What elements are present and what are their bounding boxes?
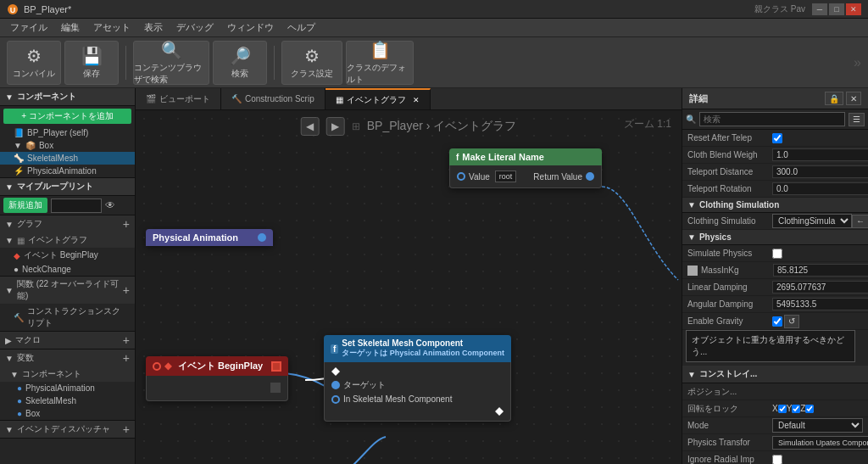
set-skeletal-mesh-node[interactable]: f Set Skeletal Mesh Component ターゲットは Phy… — [324, 335, 511, 422]
skeletal-mesh-item[interactable]: 🦴 SkeletalMesh — [0, 152, 135, 165]
enable-gravity-checkbox[interactable] — [772, 316, 782, 327]
physics-section-header[interactable]: ▼ Physics — [682, 230, 868, 245]
rotation-x-checkbox[interactable] — [778, 405, 787, 413]
physical-animation-node[interactable]: Physical Animation — [146, 229, 273, 246]
exec-in-dot — [331, 367, 340, 376]
tab-bar: 🎬 ビューポート 🔨 Construction Scrip ▦ イベントグラフ … — [136, 88, 682, 110]
details-filter-button[interactable]: ☰ — [849, 113, 865, 126]
toolbar-overflow-button[interactable]: » — [854, 55, 861, 70]
make-literal-name-node[interactable]: f Make Literal Name Value root Return Va… — [449, 148, 602, 188]
mode-row: Mode Default — [682, 417, 868, 434]
nav-back-button[interactable]: ◀ — [301, 117, 320, 136]
class-settings-button[interactable]: ⚙ クラス設定 — [281, 41, 342, 85]
event-graph-header[interactable]: ▼ ▦ イベントグラフ — [0, 232, 135, 248]
constraints-expand-icon: ▼ — [687, 370, 696, 379]
simulate-physics-checkbox[interactable] — [772, 249, 782, 259]
exec-out-dot — [495, 407, 504, 416]
add-component-button[interactable]: + コンポーネントを追加 — [3, 109, 131, 124]
ignore-radial-imp-checkbox[interactable] — [772, 455, 782, 465]
physical-animation-item[interactable]: ⚡ PhysicalAnimation — [0, 165, 135, 177]
clothing-sim-select[interactable]: ClothingSimula — [772, 214, 852, 228]
clothing-sim-browse[interactable]: ← — [852, 215, 868, 228]
event-begin-play-node[interactable]: ◆ イベント BeginPlay — [146, 356, 288, 401]
menu-window[interactable]: ウィンドウ — [220, 19, 281, 36]
construction-script-item[interactable]: 🔨 コンストラクションスクリプト — [0, 304, 135, 331]
search-button[interactable]: 🔎 検索 — [213, 41, 267, 85]
menu-bar: ファイル 編集 アセット 表示 デバッグ ウィンドウ ヘルプ — [0, 19, 868, 37]
browse-button[interactable]: 🔍 コンテンツブラウザで検索 — [133, 41, 209, 85]
add-variable-icon[interactable]: + — [123, 351, 130, 365]
details-lock-button[interactable]: 🔒 — [825, 92, 843, 105]
tab-construction[interactable]: 🔨 Construction Scrip — [221, 88, 326, 109]
add-graph-icon[interactable]: + — [123, 217, 130, 231]
menu-asset[interactable]: アセット — [86, 19, 137, 36]
physics-transform-select[interactable]: Simulation Upates Componer — [772, 436, 868, 450]
menu-view[interactable]: 表示 — [137, 19, 170, 36]
event-begin-play-item[interactable]: ◆ イベント BeginPlay — [0, 248, 135, 263]
var-skeletal-mesh[interactable]: ● SkeletalMesh — [0, 394, 135, 407]
rotation-y-checkbox[interactable] — [792, 405, 800, 413]
minimize-button[interactable]: ─ — [812, 3, 827, 15]
event-exec-output — [271, 361, 281, 372]
event-graph-tab-icon: ▦ — [336, 95, 343, 104]
variables-components-header[interactable]: ▼ コンポーネント — [0, 366, 135, 382]
blueprint-search-input[interactable] — [51, 198, 102, 213]
tab-viewport[interactable]: 🎬 ビューポート — [136, 88, 221, 109]
mode-select[interactable]: Default — [772, 418, 863, 433]
tab-close-icon[interactable]: ✕ — [413, 96, 420, 104]
details-close-button[interactable]: ✕ — [846, 92, 861, 105]
compile-button[interactable]: ⚙ コンパイル — [7, 41, 61, 85]
maximize-button[interactable]: □ — [829, 3, 844, 15]
value-input[interactable]: root — [495, 171, 517, 182]
nav-forward-button[interactable]: ▶ — [326, 117, 345, 136]
set-skeletal-mesh-header: f Set Skeletal Mesh Component ターゲットは Phy… — [324, 335, 511, 362]
clothing-sim-section-header[interactable]: ▼ Clothing Simulation — [682, 198, 868, 213]
details-search-input[interactable] — [699, 112, 845, 126]
graph-header[interactable]: ▼ グラフ + — [0, 215, 135, 232]
blueprint-canvas[interactable]: ◀ ▶ ⊞ BP_Player › イベントグラフ ズーム 1:1 f — [136, 110, 682, 464]
mass-kg-input[interactable] — [773, 264, 868, 277]
enable-gravity-row: Enable Gravity ↺ — [682, 313, 868, 330]
functions-header[interactable]: ▼ 関数 (22 オーバーライド可能) + — [0, 277, 135, 304]
exec-in-pin — [331, 366, 504, 377]
teleport-distance-row: Teleport Distance ↺ — [682, 164, 868, 181]
box-item[interactable]: ▼ 📦 Box — [0, 139, 135, 152]
enable-gravity-reset[interactable]: ↺ — [784, 315, 799, 328]
eye-icon[interactable]: 👁 — [105, 199, 115, 211]
new-add-button[interactable]: 新規追加 — [3, 198, 47, 213]
reset-after-telep-checkbox[interactable] — [772, 133, 782, 143]
constraints-section-header[interactable]: ▼ コンストレイ... — [682, 366, 868, 383]
var-box[interactable]: ● Box — [0, 407, 135, 420]
add-event-disp-icon[interactable]: + — [123, 422, 130, 436]
left-panel: ▼ コンポーネント + コンポーネントを追加 📘 BP_Player (self… — [0, 88, 136, 464]
menu-edit[interactable]: 編集 — [54, 19, 86, 36]
var-physical-animation[interactable]: ● PhysicalAnimation — [0, 382, 135, 394]
event-dispatchers-header[interactable]: ▼ イベントディスパッチャ + — [0, 421, 135, 438]
cloth-blend-input[interactable] — [772, 148, 868, 161]
add-macro-icon[interactable]: + — [123, 333, 130, 347]
teleport-rotation-input[interactable] — [772, 182, 868, 195]
close-button[interactable]: ✕ — [846, 3, 861, 15]
details-header-controls: 🔒 ✕ — [825, 92, 861, 105]
menu-debug[interactable]: デバッグ — [170, 19, 220, 36]
menu-help[interactable]: ヘルプ — [281, 19, 322, 36]
my-blueprints-section: ▼ マイブループリント 新規追加 👁 — [0, 178, 135, 215]
physics-icon: ⚡ — [14, 166, 24, 176]
tab-event-graph[interactable]: ▦ イベントグラフ ✕ — [326, 88, 431, 109]
zoom-label: ズーム 1:1 — [624, 117, 671, 131]
neck-change-item[interactable]: ● NeckChange — [0, 263, 135, 276]
variables-header[interactable]: ▼ 変数 + — [0, 349, 135, 366]
menu-file[interactable]: ファイル — [3, 19, 54, 36]
macros-header[interactable]: ▶ マクロ + — [0, 332, 135, 349]
details-header: 詳細 🔒 ✕ — [682, 88, 868, 109]
teleport-distance-input[interactable] — [772, 165, 868, 178]
angular-damping-input[interactable] — [772, 298, 868, 310]
save-button[interactable]: 💾 保存 — [64, 41, 119, 85]
linear-damping-input[interactable] — [772, 281, 868, 293]
rotation-z-checkbox[interactable] — [805, 405, 814, 413]
in-skel-pin-dot — [331, 395, 340, 404]
class-defaults-button[interactable]: 📋 クラスのデフォルト — [346, 41, 414, 85]
in-skeletal-mesh-pin: In Skeletal Mesh Component — [331, 393, 504, 405]
ignore-radial-imp-row: Ignore Radial Imp — [682, 451, 868, 464]
add-function-icon[interactable]: + — [123, 283, 130, 297]
